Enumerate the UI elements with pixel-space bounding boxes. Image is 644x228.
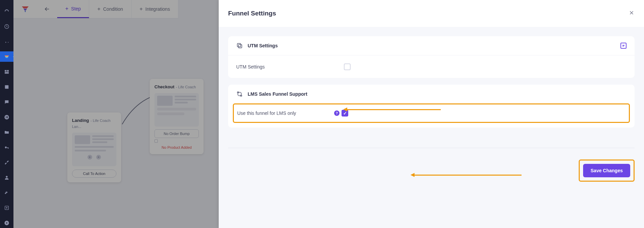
close-icon xyxy=(629,10,635,16)
tab-step[interactable]: + Step xyxy=(57,0,89,18)
svg-marker-16 xyxy=(22,6,29,8)
utm-row: UTM Settings xyxy=(228,55,635,78)
order-bump[interactable]: No Order Bump xyxy=(154,129,199,138)
book-icon xyxy=(4,84,9,90)
close-button[interactable] xyxy=(629,10,635,17)
card-preview xyxy=(154,93,199,127)
svg-rect-1 xyxy=(5,55,9,56)
arrow-left-icon xyxy=(44,6,50,12)
rail-clock[interactable] xyxy=(0,21,13,32)
svg-marker-17 xyxy=(24,9,27,10)
svg-rect-20 xyxy=(239,45,242,48)
row-label: Use this funnel for LMS only xyxy=(237,110,334,116)
rail-layout[interactable] xyxy=(0,66,13,77)
svg-point-12 xyxy=(5,146,7,148)
svg-rect-6 xyxy=(5,72,9,74)
funnel-bars-icon xyxy=(4,54,9,59)
pin-icon xyxy=(4,39,9,44)
svg-rect-9 xyxy=(7,116,8,117)
rail-key[interactable] xyxy=(0,142,13,152)
download-icon xyxy=(4,205,9,211)
rail-user[interactable] xyxy=(0,172,13,183)
checkbox-small[interactable] xyxy=(154,139,158,143)
card-preview xyxy=(72,133,116,166)
highlight-save: Save Changes xyxy=(579,159,635,182)
tab-label: Integrations xyxy=(145,6,170,12)
rail-dashboard[interactable] xyxy=(0,6,13,16)
row-label: UTM Settings xyxy=(236,64,344,70)
rail-pin[interactable] xyxy=(0,36,13,47)
collapse-icon[interactable] xyxy=(620,43,627,49)
key-icon xyxy=(4,145,9,150)
card-landing[interactable]: Landing - Life Coach Lan... Call To Acti… xyxy=(67,112,121,182)
svg-rect-5 xyxy=(7,70,9,72)
rail-book[interactable] xyxy=(0,82,13,92)
plus-icon: + xyxy=(140,6,143,12)
card-title-row: Landing - Life Coach Lan... xyxy=(72,117,116,129)
folder-icon xyxy=(4,130,9,135)
chat-icon xyxy=(4,99,9,105)
card-title: Landing xyxy=(72,118,89,123)
svg-rect-21 xyxy=(237,43,241,47)
section-title: LMS Sales Funnel Support xyxy=(248,91,307,97)
tab-label: Step xyxy=(71,6,81,11)
rail-play[interactable] xyxy=(0,218,13,228)
svg-rect-3 xyxy=(6,57,8,58)
card-subtitle: - Life Coach xyxy=(176,85,196,89)
card-title: Checkout xyxy=(154,84,174,89)
card-checkout[interactable]: Checkout - Life Coach No Order Bump No P… xyxy=(150,79,204,154)
annotation-arrow-lms xyxy=(347,109,441,110)
svg-point-13 xyxy=(6,176,7,177)
wrench-icon xyxy=(4,190,9,195)
section-lms: LMS Sales Funnel Support Use this funnel… xyxy=(228,85,635,128)
rail-folder[interactable] xyxy=(0,127,13,137)
svg-marker-18 xyxy=(25,11,26,12)
elementor-icon xyxy=(4,115,9,120)
panel-header: Funnel Settings xyxy=(219,0,644,27)
utm-checkbox[interactable] xyxy=(344,63,351,70)
logo[interactable] xyxy=(13,0,37,18)
svg-rect-2 xyxy=(5,56,8,57)
rail-funnel[interactable] xyxy=(0,51,13,62)
left-rail xyxy=(0,0,13,228)
highlight-lms-row: Use this funnel for LMS only ? xyxy=(233,103,630,123)
help-icon[interactable]: ? xyxy=(334,110,339,116)
rail-wrench2[interactable] xyxy=(0,157,13,168)
rail-wrench[interactable] xyxy=(0,187,13,198)
rail-chat[interactable] xyxy=(0,97,13,107)
save-row: Save Changes xyxy=(228,148,635,182)
wrench-diag-icon xyxy=(4,160,9,165)
layout-icon xyxy=(4,69,9,75)
back-button[interactable] xyxy=(37,0,57,18)
section-header[interactable]: LMS Sales Funnel Support xyxy=(228,85,635,103)
play-icon xyxy=(4,220,9,226)
git-compare-icon xyxy=(236,91,243,97)
svg-rect-11 xyxy=(7,118,8,118)
top-toolbar: + Step + Condition + Integrations xyxy=(13,0,178,18)
funnel-settings-panel: Funnel Settings UTM Settings UTM Setting… xyxy=(219,0,644,228)
clock-icon xyxy=(4,24,9,29)
tab-label: Condition xyxy=(103,6,123,12)
section-utm: UTM Settings UTM Settings xyxy=(228,36,635,78)
svg-rect-8 xyxy=(6,116,6,118)
tab-condition[interactable]: + Condition xyxy=(89,0,132,18)
plus-icon: + xyxy=(97,6,100,12)
copy-icon xyxy=(236,42,243,49)
svg-rect-4 xyxy=(5,70,6,72)
rail-download[interactable] xyxy=(0,202,13,213)
annotation-arrow-save xyxy=(414,175,522,176)
section-title: UTM Settings xyxy=(248,43,278,48)
svg-rect-10 xyxy=(7,117,8,117)
user-icon xyxy=(4,175,9,180)
save-button[interactable]: Save Changes xyxy=(583,164,630,177)
plus-icon: + xyxy=(65,6,68,12)
dashboard-icon xyxy=(4,9,9,14)
section-header[interactable]: UTM Settings xyxy=(228,36,635,55)
card-title-row: Checkout - Life Coach xyxy=(154,84,199,90)
cta-button[interactable]: Call To Action xyxy=(72,170,116,178)
funnel-logo-icon xyxy=(21,5,29,13)
no-product-label: No Product Added xyxy=(154,145,199,149)
tab-integrations[interactable]: + Integrations xyxy=(132,0,179,18)
rail-elementor[interactable] xyxy=(0,112,13,122)
panel-title: Funnel Settings xyxy=(228,10,276,17)
